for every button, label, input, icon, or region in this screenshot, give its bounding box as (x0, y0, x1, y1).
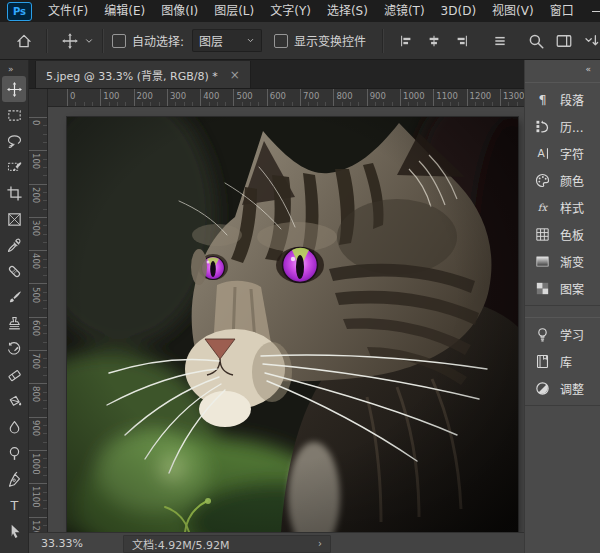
menu-layer[interactable]: 图层(L) (206, 0, 262, 22)
clone-stamp-tool[interactable] (2, 310, 26, 336)
menu-window[interactable]: 窗口 (542, 0, 582, 22)
canvas-viewport[interactable] (48, 107, 524, 532)
options-bar: 自动选择: 图层 显示变换控件 (0, 22, 600, 60)
history-brush-tool[interactable] (2, 336, 26, 362)
dodge-tool[interactable] (2, 440, 26, 466)
vertical-ruler[interactable]: 0100200300400500600700800900100011001200 (29, 107, 48, 532)
adjustments-icon (534, 380, 551, 397)
panel-item-color[interactable]: 颜色 (525, 167, 600, 194)
panel-collapse-button[interactable]: « (525, 60, 600, 82)
lasso-tool[interactable] (2, 128, 26, 154)
ruler-row: 0100200300400500600700800900100011001200… (29, 89, 524, 107)
auto-select-target-dropdown[interactable]: 图层 (192, 29, 262, 52)
vruler-label: 900 (31, 420, 41, 436)
move-tool[interactable] (2, 76, 26, 102)
align-left-button[interactable] (392, 28, 420, 54)
minimize-icon (592, 11, 600, 12)
panel-item-label: 渐变 (560, 253, 584, 270)
arrange-icon (583, 32, 600, 50)
home-button[interactable] (10, 28, 38, 54)
panel-item-libraries[interactable]: 库 (525, 348, 600, 375)
panel-item-history[interactable]: 历... (525, 113, 600, 140)
vruler-label: 0 (31, 120, 41, 125)
menu-filter[interactable]: 滤镜(T) (376, 0, 433, 22)
status-chevron-icon[interactable]: › (318, 538, 322, 549)
menu-type[interactable]: 文字(Y) (262, 0, 319, 22)
path-selection-tool[interactable] (2, 518, 26, 544)
panel-item-character[interactable]: 字符 (525, 140, 600, 167)
horizontal-ruler[interactable]: 0100200300400500600700800900100011001200… (48, 89, 524, 107)
marquee-tool[interactable] (2, 102, 26, 128)
panel-item-paragraph[interactable]: 段落 (525, 86, 600, 113)
home-icon (15, 32, 33, 50)
healing-brush-tool[interactable] (2, 258, 26, 284)
marquee-tool-icon (6, 107, 23, 124)
pen-tool-icon (6, 471, 23, 488)
character-icon (534, 145, 551, 162)
minimize-button[interactable] (582, 0, 600, 22)
panel-item-learn[interactable]: 学习 (525, 321, 600, 348)
pen-tool[interactable] (2, 466, 26, 492)
menu-edit[interactable]: 编辑(E) (96, 0, 153, 22)
menu-view[interactable]: 视图(V) (484, 0, 542, 22)
tab-close-icon[interactable]: × (230, 69, 240, 81)
menu-3d[interactable]: 3D(D) (433, 0, 484, 22)
document-area: 5.jpeg @ 33.3% (背景, RGB/8) * × 010020030… (29, 60, 524, 553)
workspace-button[interactable] (550, 28, 578, 54)
blur-tool[interactable] (2, 414, 26, 440)
viewport-row: 0100200300400500600700800900100011001200 (29, 107, 524, 532)
brush-tool[interactable] (2, 284, 26, 310)
toolbar-expand-button[interactable]: » (0, 60, 15, 76)
hruler-label: 0 (70, 91, 75, 101)
arrange-button[interactable] (578, 28, 600, 54)
document-tab[interactable]: 5.jpeg @ 33.3% (背景, RGB/8) * × (35, 61, 251, 88)
align-center-button[interactable] (420, 28, 448, 54)
panel-item-styles[interactable]: 样式 (525, 194, 600, 221)
align-right-button[interactable] (448, 28, 476, 54)
hruler-label: 100 (103, 91, 119, 101)
type-tool[interactable] (2, 492, 26, 518)
distribute-button[interactable] (486, 28, 514, 54)
panel-item-label: 色板 (560, 226, 584, 243)
object-selection-tool[interactable] (2, 154, 26, 180)
panel-item-patterns[interactable]: 图案 (525, 275, 600, 302)
eyedropper-tool[interactable] (2, 232, 26, 258)
show-transform-checkbox[interactable] (274, 34, 288, 48)
frame-tool[interactable] (2, 206, 26, 232)
vruler-label: 1100 (31, 486, 41, 508)
panel-item-swatches[interactable]: 色板 (525, 221, 600, 248)
photoshop-logo[interactable]: Ps (7, 2, 32, 21)
panel-item-gradients[interactable]: 渐变 (525, 248, 600, 275)
history-brush-tool-icon (6, 341, 23, 358)
vruler-label: 300 (31, 220, 41, 236)
menu-items: 文件(F)编辑(E)图像(I)图层(L)文字(Y)选择(S)滤镜(T)3D(D)… (40, 0, 582, 22)
menu-bar: Ps 文件(F)编辑(E)图像(I)图层(L)文字(Y)选择(S)滤镜(T)3D… (0, 0, 600, 22)
crop-tool-icon (6, 185, 23, 202)
separator (382, 29, 384, 53)
menu-file[interactable]: 文件(F) (40, 0, 96, 22)
paint-bucket-tool[interactable] (2, 388, 26, 414)
show-transform-label: 显示变换控件 (294, 32, 366, 49)
window-controls: ✕ (582, 0, 600, 22)
current-tool-button[interactable] (56, 28, 84, 54)
menu-select[interactable]: 选择(S) (319, 0, 376, 22)
tool-bar: » (0, 60, 29, 553)
tool-preset-chevron[interactable] (84, 28, 94, 54)
eraser-tool[interactable] (2, 362, 26, 388)
search-button[interactable] (522, 28, 550, 54)
canvas-image[interactable] (67, 117, 518, 532)
vruler-label: 500 (31, 287, 41, 303)
panel-item-adjustments[interactable]: 调整 (525, 375, 600, 402)
zoom-level-field[interactable]: 33.33% (37, 537, 95, 550)
main-area: » 5.jpeg @ 33.3% (背景, RGB/8) * × 0100200… (0, 60, 600, 553)
auto-select-checkbox[interactable] (112, 34, 126, 48)
ruler-corner[interactable] (29, 89, 48, 108)
menu-image[interactable]: 图像(I) (153, 0, 206, 22)
document-tab-bar: 5.jpeg @ 33.3% (背景, RGB/8) * × (29, 60, 524, 89)
eyedropper-tool-icon (6, 237, 23, 254)
document-info-field: 文档:4.92M/5.92M › (123, 535, 331, 553)
chevron-down-icon (84, 36, 94, 46)
document-info-text: 文档:4.92M/5.92M (132, 536, 229, 552)
vruler-label: 800 (31, 386, 41, 402)
crop-tool[interactable] (2, 180, 26, 206)
